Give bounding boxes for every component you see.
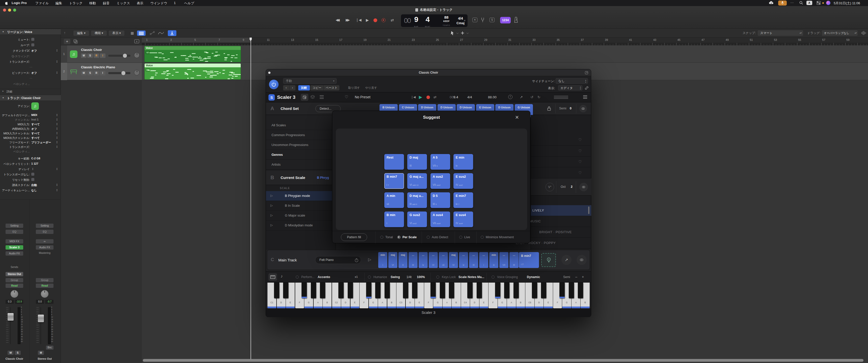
inspector-stepper-icon[interactable]: ▴▾: [57, 49, 59, 52]
suggest-chord-b-min[interactable]: B mini: [384, 211, 404, 227]
plugin-preset-dropdown[interactable]: 手動▾: [283, 78, 337, 84]
strip-fader[interactable]: [36, 307, 47, 344]
inspector-row-value[interactable]: すべて: [31, 123, 40, 126]
forward-button[interactable]: ▶▶: [346, 18, 349, 22]
lcd-time-signature[interactable]: 4/4: [458, 16, 463, 21]
menu-item-6[interactable]: 表示: [137, 1, 143, 5]
piano-black-key-21[interactable]: [467, 283, 473, 298]
suggest-chord-a-5[interactable]: A 5VII 5: [431, 154, 450, 170]
inspector-checkbox[interactable]: [31, 43, 34, 46]
browser-item-common-progressions[interactable]: Common Progressions: [266, 130, 336, 140]
track-header-1[interactable]: 1♫Classic ChoirMSRI: [61, 45, 142, 63]
pointer-tool-button[interactable]: [451, 31, 459, 36]
menu-item-9[interactable]: ヘルプ: [184, 1, 194, 5]
suggest-chord-d-maj[interactable]: D majIII: [407, 154, 427, 170]
main-track-chord-8[interactable]: …iv: [459, 252, 468, 268]
main-track-chord-6[interactable]: …vii: [439, 252, 448, 268]
preset-prev-button[interactable]: ‹: [283, 85, 289, 91]
scaler-position-display[interactable]: 009.4: [450, 95, 458, 99]
menu-clock[interactable]: 5月31日(土) 11:06: [834, 1, 860, 5]
piano-black-key-1[interactable]: [283, 283, 288, 298]
strip-volume-value[interactable]: -9.7: [45, 300, 54, 304]
piano-black-key-15[interactable]: [412, 283, 417, 298]
metronome-button[interactable]: [514, 17, 518, 23]
strip-bounce-button[interactable]: Bnc: [46, 345, 54, 350]
strip-automation-button[interactable]: Read: [5, 284, 23, 288]
semi-value[interactable]: 0: [570, 107, 571, 110]
perform-value[interactable]: Accento: [318, 275, 330, 279]
piano-black-key-33[interactable]: [578, 283, 583, 298]
voice-grouping-value[interactable]: Dynamic: [527, 275, 540, 279]
inspector-stepper-icon[interactable]: ▴▾: [32, 167, 35, 170]
inspector-stepper-icon[interactable]: ▴▾: [57, 183, 59, 186]
track-volume-slider[interactable]: [108, 72, 130, 74]
inspector-row-value[interactable]: オフ: [31, 71, 37, 75]
suggest-chord-g-sus2[interactable]: G sus2VI sus2: [407, 211, 427, 227]
strip-slot-button[interactable]: ∞: [36, 239, 54, 243]
scaler-redo-icon[interactable]: ↻: [537, 95, 540, 99]
favorite-heart-icon[interactable]: ♡: [578, 171, 582, 175]
menu-item-7[interactable]: ウインドウ: [150, 1, 167, 5]
fader-thumb[interactable]: [7, 313, 13, 321]
section-a-link-button[interactable]: [579, 105, 587, 112]
inspector-stepper-icon[interactable]: ▴▾: [57, 145, 59, 148]
sidechain-dropdown[interactable]: なし▴▾: [556, 78, 588, 84]
toolbar-menu-1[interactable]: 機能 ▾: [91, 31, 107, 36]
browser-item-genres[interactable]: Genres: [266, 150, 336, 160]
undo-button[interactable]: 取り消す: [346, 85, 362, 91]
grid-view-icon[interactable]: ▦: [128, 31, 136, 36]
keys-lock-radio[interactable]: [436, 275, 439, 278]
track-pan-knob[interactable]: [134, 70, 140, 75]
track-i-button[interactable]: I: [100, 54, 105, 58]
main-track-chord-4[interactable]: …iv: [418, 252, 428, 268]
main-track-chord-5[interactable]: …VI: [429, 252, 438, 268]
piano-black-key-26[interactable]: [514, 283, 519, 298]
suggest-chord-rest[interactable]: Rest: [384, 154, 404, 170]
strip-slot-button[interactable]: EQ: [36, 230, 54, 234]
keyboard-toggle-button[interactable]: [269, 273, 277, 281]
list-view-icon[interactable]: [319, 95, 324, 99]
timer-icon[interactable]: [354, 258, 359, 262]
controls-link-icon[interactable]: [584, 86, 589, 90]
region-inspector-header[interactable]: ▾リージョン: Voice: [0, 29, 61, 35]
inspector-checkbox[interactable]: [31, 173, 34, 176]
suggest-mode-radio-4[interactable]: [481, 236, 484, 239]
menu-item-8[interactable]: 1: [174, 1, 176, 5]
strip-slot-button[interactable]: MIDI FX: [5, 239, 23, 243]
plugin-power-button[interactable]: [269, 80, 279, 89]
suggest-mode-radio-1[interactable]: [397, 236, 400, 239]
menu-item-1[interactable]: 編集: [56, 1, 62, 5]
main-track-chord-14[interactable]: B min7i 7: [519, 252, 539, 268]
inspector-stepper-icon[interactable]: ▴▾: [27, 49, 29, 52]
current-scale-value[interactable]: B Phryg: [317, 176, 329, 179]
strip-slot-button[interactable]: Audio FX: [36, 245, 54, 250]
hierarchy-up-icon[interactable]: ↑: [64, 31, 66, 35]
piano-black-key-25[interactable]: [504, 283, 509, 298]
humanize-percent[interactable]: 100%: [417, 275, 425, 279]
main-track-chord-10[interactable]: …i: [479, 252, 488, 268]
track-volume-thumb[interactable]: [121, 71, 125, 75]
scaler-menu-icon[interactable]: [583, 95, 587, 99]
preset-next-button[interactable]: ›: [289, 85, 296, 91]
genre-tag-row-0[interactable]: LIVELY: [531, 205, 591, 216]
scale-item-2[interactable]: ▷G Major scale: [266, 211, 336, 221]
suggest-mode-radio-2[interactable]: [427, 236, 430, 239]
waveform-zoom-icon[interactable]: [861, 31, 867, 35]
track-m-button[interactable]: M: [81, 54, 87, 58]
lcd-expand-chevron-icon[interactable]: ▾: [464, 19, 466, 22]
piano-black-key-29[interactable]: [541, 283, 546, 298]
inspector-row-value[interactable]: オフ: [31, 127, 37, 131]
genre-result-row[interactable]: ♡: [531, 146, 591, 157]
genre-result-row[interactable]: ♡: [531, 168, 591, 178]
play-button[interactable]: ▶: [366, 18, 369, 23]
inspector-stepper-icon[interactable]: ▴▾: [57, 167, 59, 170]
track-volume-slider[interactable]: [108, 55, 130, 57]
main-track-chord-2[interactable]: majII: [398, 252, 407, 268]
scale-item-0[interactable]: ▷B Phrygian mode: [266, 191, 336, 201]
inspector-stepper-icon[interactable]: ▴▾: [57, 113, 59, 117]
strip-output-button[interactable]: Stereo Out: [5, 272, 23, 276]
humanize-radio[interactable]: [368, 275, 371, 278]
genre-scrollbar[interactable]: [588, 206, 589, 214]
favorite-heart-icon[interactable]: ♡: [345, 95, 348, 99]
plugin-link-window-icon[interactable]: [585, 71, 588, 74]
